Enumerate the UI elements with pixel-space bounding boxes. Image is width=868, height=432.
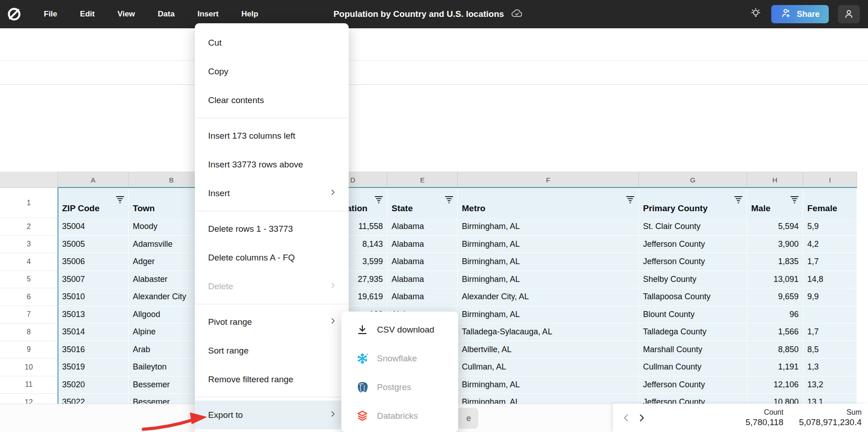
- table-cell[interactable]: 1,566: [747, 323, 803, 341]
- column-letter-E[interactable]: E: [387, 172, 458, 188]
- header-cell-male[interactable]: Male: [747, 188, 803, 218]
- table-cell[interactable]: 1,7: [803, 253, 857, 271]
- menubar-item-edit[interactable]: Edit: [72, 6, 103, 22]
- table-cell[interactable]: 35020: [58, 376, 129, 394]
- menu-item-export-to[interactable]: Export to: [195, 401, 349, 429]
- table-cell[interactable]: 5,9: [803, 218, 857, 236]
- menu-item-sort-range[interactable]: Sort range: [195, 336, 349, 365]
- row-number-9[interactable]: 9: [0, 341, 58, 359]
- row-number-3[interactable]: 3: [0, 236, 58, 254]
- row-number-1[interactable]: 1: [0, 188, 58, 218]
- table-cell[interactable]: 35006: [58, 253, 129, 271]
- table-cell[interactable]: Talladega-Sylacauga, AL: [458, 323, 639, 341]
- table-cell[interactable]: Alabama: [387, 288, 458, 306]
- table-cell[interactable]: 35019: [58, 359, 129, 376]
- table-cell[interactable]: 4,2: [803, 236, 857, 254]
- menu-item-insert-173-columns-left[interactable]: Insert 173 columns left: [195, 121, 349, 150]
- table-cell[interactable]: Birmingham, AL: [458, 376, 639, 394]
- table-cell[interactable]: 13,1: [803, 394, 857, 404]
- menu-item-copy[interactable]: Copy: [195, 57, 349, 86]
- filter-icon[interactable]: [115, 195, 125, 206]
- table-cell[interactable]: 5,594: [747, 218, 803, 236]
- menubar-item-view[interactable]: View: [109, 6, 143, 22]
- table-cell[interactable]: 13,091: [747, 271, 803, 289]
- column-letter-F[interactable]: F: [458, 172, 639, 188]
- filter-icon[interactable]: [626, 195, 635, 206]
- table-cell[interactable]: Cullman County: [639, 359, 747, 376]
- column-letter-H[interactable]: H: [747, 172, 803, 188]
- menu-item-insert-33773-rows-above[interactable]: Insert 33773 rows above: [195, 150, 349, 179]
- table-cell[interactable]: 8,5: [803, 341, 857, 359]
- filter-icon[interactable]: [734, 195, 743, 206]
- menubar-item-help[interactable]: Help: [233, 6, 267, 22]
- table-cell[interactable]: Alabama: [387, 236, 458, 254]
- table-cell[interactable]: 8,850: [747, 341, 803, 359]
- header-cell-zip-code[interactable]: ZIP Code: [58, 188, 129, 218]
- share-button[interactable]: Share: [771, 5, 829, 23]
- row-number-2[interactable]: 2: [0, 218, 58, 236]
- feedback-lightbulb-icon[interactable]: [749, 7, 762, 21]
- row-number-5[interactable]: 5: [0, 271, 58, 289]
- column-letter-A[interactable]: A: [58, 172, 129, 188]
- grid-corner-box[interactable]: [0, 172, 58, 188]
- row-number-8[interactable]: 8: [0, 323, 58, 341]
- filter-icon[interactable]: [374, 195, 383, 206]
- table-cell[interactable]: 9,659: [747, 288, 803, 306]
- table-cell[interactable]: St. Clair County: [639, 218, 747, 236]
- menu-item-remove-filtered-range[interactable]: Remove filtered range: [195, 365, 349, 394]
- row-number-7[interactable]: 7: [0, 306, 58, 324]
- table-cell[interactable]: Cullman, AL: [458, 359, 639, 376]
- table-cell[interactable]: 35010: [58, 288, 129, 306]
- row-number-10[interactable]: 10: [0, 359, 58, 376]
- table-cell[interactable]: Jefferson County: [639, 394, 747, 404]
- row-number-6[interactable]: 6: [0, 288, 58, 306]
- menu-item-insert[interactable]: Insert: [195, 179, 349, 208]
- filter-icon[interactable]: [790, 195, 799, 206]
- table-cell[interactable]: 9,9: [803, 288, 857, 306]
- table-cell[interactable]: 1,835: [747, 253, 803, 271]
- table-cell[interactable]: 13,2: [803, 376, 857, 394]
- column-letter-I[interactable]: I: [803, 172, 857, 188]
- quadratic-logo-icon[interactable]: [6, 6, 22, 22]
- header-cell-female[interactable]: Female: [803, 188, 857, 218]
- menu-item-delete-rows-1-33773[interactable]: Delete rows 1 - 33773: [195, 214, 349, 243]
- table-cell[interactable]: 35005: [58, 236, 129, 254]
- tabs-scroll-left-button[interactable]: [618, 409, 634, 427]
- table-cell[interactable]: 35016: [58, 341, 129, 359]
- menu-item-delete-columns-a-fq[interactable]: Delete columns A - FQ: [195, 243, 349, 272]
- table-cell[interactable]: Shelby County: [639, 271, 747, 289]
- table-cell[interactable]: Jefferson County: [639, 376, 747, 394]
- table-cell[interactable]: 1,7: [803, 323, 857, 341]
- table-cell[interactable]: 14,8: [803, 271, 857, 289]
- menubar-item-data[interactable]: Data: [150, 6, 183, 22]
- table-cell[interactable]: Birmingham, AL: [458, 394, 639, 404]
- table-cell[interactable]: Alabama: [387, 218, 458, 236]
- column-letter-G[interactable]: G: [639, 172, 747, 188]
- header-cell-state[interactable]: State: [387, 188, 458, 218]
- table-cell[interactable]: Jefferson County: [639, 253, 747, 271]
- table-cell[interactable]: 35004: [58, 218, 129, 236]
- menubar-item-insert[interactable]: Insert: [189, 6, 227, 22]
- table-cell[interactable]: Talladega County: [639, 323, 747, 341]
- table-cell[interactable]: Albertville, AL: [458, 341, 639, 359]
- table-cell[interactable]: Alabama: [387, 271, 458, 289]
- menu-item-pivot-range[interactable]: Pivot range: [195, 307, 349, 336]
- table-cell[interactable]: 3,900: [747, 236, 803, 254]
- table-cell[interactable]: 35013: [58, 306, 129, 324]
- row-number-12[interactable]: 12: [0, 394, 58, 404]
- table-cell[interactable]: 35014: [58, 323, 129, 341]
- table-cell[interactable]: 96: [747, 306, 803, 324]
- table-cell[interactable]: Marshall County: [639, 341, 747, 359]
- table-cell[interactable]: Jefferson County: [639, 236, 747, 254]
- table-cell[interactable]: 12,106: [747, 376, 803, 394]
- tabs-scroll-right-button[interactable]: [634, 409, 649, 427]
- table-cell[interactable]: Birmingham, AL: [458, 218, 639, 236]
- table-cell[interactable]: 1,191: [747, 359, 803, 376]
- row-number-4[interactable]: 4: [0, 253, 58, 271]
- row-number-11[interactable]: 11: [0, 376, 58, 394]
- table-cell[interactable]: Birmingham, AL: [458, 253, 639, 271]
- table-cell[interactable]: Alexander City, AL: [458, 288, 639, 306]
- table-cell[interactable]: 35007: [58, 271, 129, 289]
- menu-item-clear-contents[interactable]: Clear contents: [195, 86, 349, 115]
- table-cell[interactable]: Tallapoosa County: [639, 288, 747, 306]
